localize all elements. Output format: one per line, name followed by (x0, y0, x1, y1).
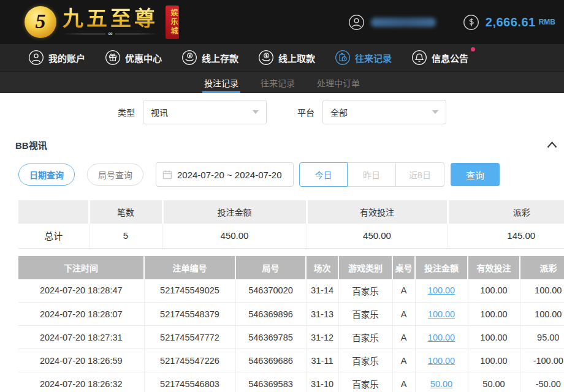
header-game: 游戏类别 (338, 256, 392, 279)
cell-session: 31-11 (306, 349, 338, 372)
bet-amount-link[interactable]: 100.00 (428, 285, 455, 295)
bet-amount-link[interactable]: 100.00 (428, 333, 455, 342)
user-avatar-icon[interactable] (348, 14, 365, 31)
last-8-days-button[interactable]: 近8日 (396, 162, 444, 187)
date-range-value: 2024-07-20 ~ 2024-07-20 (177, 170, 282, 180)
round-query-button[interactable]: 局号查询 (87, 164, 143, 186)
username-redacted[interactable] (371, 18, 436, 27)
records-icon (335, 50, 351, 66)
nav-label: 线上取款 (278, 51, 315, 64)
table-row: 2024-07-20 18:26:32 521745546803 5463695… (18, 372, 564, 392)
cell-round: 546369583 (235, 372, 306, 392)
date-query-button[interactable]: 日期查询 (18, 164, 75, 186)
nav-item-deposit[interactable]: 线上存款 (181, 50, 238, 66)
nav-item-my-account[interactable]: 我的账户 (28, 50, 85, 66)
balance-amount: 2,666.61 (486, 15, 536, 29)
filter-row: 类型 视讯 平台 全部 (0, 100, 564, 124)
records-table-wrap: 下注时间 注单编号 局号 场次 游戏类别 桌号 投注金额 有效投注 派彩 202… (18, 256, 564, 392)
search-button[interactable]: 查询 (451, 163, 500, 186)
cell-session: 31-13 (306, 303, 338, 326)
nav-item-promotions[interactable]: 优惠中心 (105, 50, 162, 66)
bet-amount-link[interactable]: 100.00 (428, 356, 455, 366)
yesterday-button[interactable]: 昨日 (348, 162, 396, 187)
cell-time: 2024-07-20 18:26:32 (18, 372, 144, 392)
nav-label: 线上存款 (202, 51, 238, 64)
header-time: 下注时间 (18, 256, 144, 279)
quick-range-group: 今日 昨日 近8日 (300, 162, 444, 187)
wallet-dollar-icon[interactable] (463, 14, 479, 31)
top-header: 5 九五至尊 ∞ 娱乐城 (0, 0, 564, 44)
type-filter-label: 类型 (118, 106, 135, 118)
nav-item-transaction-records[interactable]: 往来记录 (335, 50, 392, 66)
payout-cell: -50.00 (520, 372, 564, 392)
bet-amount-link[interactable]: 100.00 (428, 309, 455, 319)
summary-bet: 450.00 (162, 224, 307, 248)
type-select[interactable]: 视讯 (143, 100, 267, 124)
page: 5 九五至尊 ∞ 娱乐城 (0, 0, 564, 392)
cell-round: 546369686 (235, 349, 306, 372)
brand-logo[interactable]: 5 九五至尊 ∞ 娱乐城 (25, 6, 179, 39)
header-round: 局号 (235, 256, 306, 279)
deposit-icon (181, 50, 197, 66)
type-select-value: 视讯 (151, 106, 168, 118)
cell-round: 546369896 (235, 303, 306, 326)
summary-table: 笔数 投注金额 有效投注 派彩 总计 5 450.00 450.00 145.0… (18, 200, 564, 249)
cell-bet: 100.00 (415, 279, 468, 303)
summary-header-bet: 投注金额 (162, 200, 307, 224)
cell-desk: A (392, 349, 415, 372)
platform-select[interactable]: 全部 (322, 100, 446, 124)
cell-time: 2024-07-20 18:27:31 (18, 326, 144, 349)
caret-down-icon (432, 110, 438, 114)
cell-game: 百家乐 (338, 303, 392, 326)
collapse-chevron-up-icon[interactable] (546, 140, 558, 149)
cell-valid: 50.00 (468, 372, 520, 392)
summary-valid: 450.00 (307, 224, 448, 248)
cell-desk: A (392, 372, 415, 392)
brand-text: 九五至尊 ∞ (63, 7, 158, 37)
nav-item-withdraw[interactable]: 线上取款 (258, 50, 315, 66)
cell-valid: 100.00 (468, 279, 520, 303)
cell-bet: 100.00 (415, 303, 468, 326)
summary-header-payout: 派彩 (448, 200, 564, 224)
cell-game: 百家乐 (338, 279, 392, 303)
summary-header-row: 笔数 投注金额 有效投注 派彩 (18, 200, 564, 224)
withdraw-icon (258, 50, 274, 66)
records-header-row: 下注时间 注单编号 局号 场次 游戏类别 桌号 投注金额 有效投注 派彩 (18, 256, 564, 279)
cell-round: 546370020 (235, 279, 306, 303)
cell-valid: 100.00 (468, 326, 520, 349)
bell-icon (411, 50, 427, 66)
cell-bet: 100.00 (415, 349, 468, 372)
query-toolbar: 日期查询 局号查询 2024-07-20 ~ 2024-07-20 今日 昨日 … (18, 162, 564, 187)
summary-count: 5 (89, 224, 162, 248)
cell-game: 百家乐 (338, 372, 392, 392)
date-range-input[interactable]: 2024-07-20 ~ 2024-07-20 (156, 162, 294, 187)
account-area: 2,666.61 RMB (348, 14, 555, 31)
tab-bet-records[interactable]: 投注记录 (202, 72, 240, 93)
notification-dot (471, 47, 475, 51)
cell-valid: 100.00 (468, 303, 520, 326)
platform-filter-label: 平台 (297, 106, 314, 118)
platform-select-value: 全部 (330, 106, 348, 118)
summary-payout: 145.00 (448, 224, 564, 248)
summary-header-valid: 有效投注 (307, 200, 448, 224)
brand-name: 九五至尊 (63, 7, 158, 30)
calendar-icon (162, 170, 172, 179)
gift-icon (105, 50, 121, 66)
tab-transaction-records[interactable]: 往来记录 (259, 72, 297, 93)
nav-item-announcements[interactable]: 信息公告 (411, 50, 468, 66)
summary-header-count: 笔数 (89, 200, 162, 224)
nav-label: 优惠中心 (125, 51, 162, 64)
header-payout: 派彩 (520, 256, 564, 279)
table-row: 2024-07-20 18:28:47 521745549025 5463700… (18, 279, 564, 303)
cell-session: 31-14 (306, 279, 338, 303)
header-valid: 有效投注 (468, 256, 520, 279)
today-button[interactable]: 今日 (299, 162, 348, 187)
cell-order: 521745548379 (144, 303, 235, 326)
summary-table-wrap: 笔数 投注金额 有效投注 派彩 总计 5 450.00 450.00 145.0… (18, 200, 564, 249)
tab-pending-orders[interactable]: 处理中订单 (315, 72, 362, 93)
bet-amount-link[interactable]: 50.00 (430, 379, 452, 389)
header-session: 场次 (306, 256, 338, 279)
section-header: BB视讯 (0, 137, 564, 153)
summary-total-row: 总计 5 450.00 450.00 145.00 (18, 224, 564, 248)
cell-game: 百家乐 (338, 326, 392, 349)
